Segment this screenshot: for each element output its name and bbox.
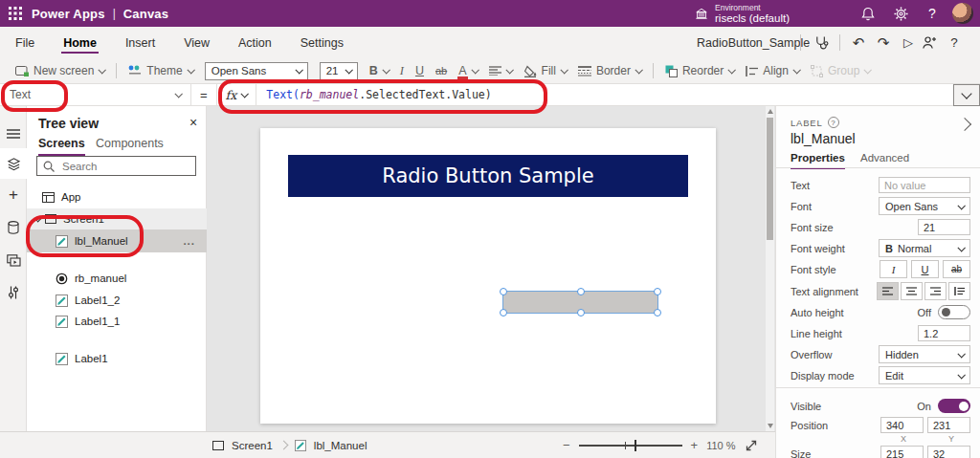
app-checker-icon[interactable]	[809, 27, 834, 58]
close-icon[interactable]: ×	[184, 113, 203, 132]
label-control-icon	[56, 316, 68, 328]
tree-item-label1[interactable]: Label1	[27, 348, 207, 369]
banner-label[interactable]: Radio Button Sample	[288, 155, 688, 197]
resize-handle-bottom-left[interactable]	[500, 309, 507, 316]
font-size-input[interactable]	[918, 219, 970, 235]
font-family-select[interactable]: Open Sans	[205, 62, 308, 80]
advanced-tools-rail-icon[interactable]	[0, 278, 27, 307]
collapse-rail-menu-icon[interactable]	[0, 120, 27, 148]
strikethrough-button[interactable]: ab	[435, 65, 447, 76]
resize-handle-top-middle[interactable]	[577, 288, 585, 295]
chevron-down-icon[interactable]	[33, 214, 41, 222]
data-rail-icon[interactable]	[0, 213, 27, 242]
tree-item-rb-manuel[interactable]: rb_manuel	[27, 268, 207, 289]
waffle-menu-icon[interactable]	[9, 7, 22, 20]
align-left-button[interactable]	[877, 282, 899, 300]
underline-button[interactable]: U	[415, 64, 424, 77]
resize-handle-bottom-right[interactable]	[654, 309, 661, 316]
align-justify-button[interactable]	[948, 282, 970, 300]
tab-components[interactable]: Components	[96, 137, 164, 154]
scroll-down-arrow[interactable]	[768, 424, 773, 428]
tab-screens[interactable]: Screens	[38, 137, 85, 156]
canvas-scrollbar[interactable]	[766, 106, 774, 431]
align-button[interactable]: Align	[746, 64, 799, 77]
screen-artboard[interactable]: Radio Button Sample	[260, 128, 716, 424]
align-right-button[interactable]	[924, 282, 947, 300]
help-icon[interactable]: ?	[918, 0, 947, 27]
zoom-out-button[interactable]: −	[563, 438, 570, 452]
underline-button[interactable]: U	[911, 260, 939, 278]
breadcrumb-control[interactable]: lbl_Manuel	[314, 440, 368, 451]
share-person-icon[interactable]	[917, 27, 942, 58]
menu-home[interactable]: Home	[61, 28, 99, 57]
settings-gear-icon[interactable]	[886, 0, 915, 27]
new-screen-button[interactable]: New screen	[15, 64, 104, 77]
resize-handle-top-right[interactable]	[654, 288, 661, 295]
line-height-input[interactable]	[918, 325, 970, 341]
text-align-button[interactable]	[489, 66, 512, 76]
resize-handle-bottom-middle[interactable]	[577, 309, 585, 316]
zoom-slider[interactable]	[579, 439, 682, 452]
font-select[interactable]: Open Sans	[879, 197, 970, 215]
selected-label-control[interactable]	[502, 291, 658, 314]
font-color-button[interactable]: A	[458, 64, 477, 77]
position-x-input[interactable]	[880, 417, 924, 433]
position-y-input[interactable]	[927, 417, 970, 433]
size-height-input[interactable]	[927, 446, 970, 458]
menu-insert[interactable]: Insert	[123, 28, 157, 57]
fit-to-window-icon[interactable]	[745, 439, 758, 452]
menu-settings[interactable]: Settings	[299, 28, 345, 57]
display-mode-select[interactable]: Edit	[879, 366, 970, 384]
help-icon[interactable]: ?	[942, 27, 967, 58]
fx-button[interactable]: fx	[216, 84, 257, 105]
bold-button[interactable]: B	[369, 64, 389, 77]
visible-toggle[interactable]	[938, 399, 970, 413]
group-button[interactable]: Group	[811, 64, 870, 77]
auto-height-toggle[interactable]	[938, 305, 970, 319]
overflow-select[interactable]: Hidden	[879, 345, 970, 363]
resize-handle-top-left[interactable]	[500, 288, 507, 295]
undo-icon[interactable]: ↶	[846, 27, 871, 58]
align-center-button[interactable]	[901, 282, 923, 300]
notifications-bell-icon[interactable]	[854, 0, 882, 27]
user-avatar[interactable]	[952, 3, 973, 24]
formula-bar-expand-button[interactable]	[953, 84, 980, 106]
italic-button[interactable]: I	[880, 260, 907, 278]
position-y-label: Y	[948, 434, 954, 444]
property-select[interactable]: Text	[0, 84, 191, 105]
size-width-input[interactable]	[880, 446, 924, 458]
search-input[interactable]	[60, 160, 179, 173]
theme-button[interactable]: Theme	[128, 64, 192, 77]
zoom-in-button[interactable]: +	[691, 438, 699, 452]
menu-view[interactable]: View	[182, 28, 212, 57]
tree-item-label1-2[interactable]: Label1_2	[27, 290, 207, 311]
media-rail-icon[interactable]	[0, 246, 27, 274]
menu-action[interactable]: Action	[236, 28, 274, 57]
fill-button[interactable]: Fill	[523, 64, 567, 77]
tab-advanced[interactable]: Advanced	[860, 152, 909, 167]
tree-item-label1-1[interactable]: Label1_1	[27, 311, 207, 332]
reorder-button[interactable]: Reorder	[665, 64, 734, 77]
scrollbar-thumb[interactable]	[767, 118, 773, 240]
collapse-panel-chevron-icon[interactable]	[958, 118, 971, 131]
zoom-slider-handle[interactable]	[635, 440, 637, 451]
redo-icon[interactable]: ↷	[871, 27, 896, 58]
info-icon[interactable]: ?	[828, 117, 839, 128]
font-size-select[interactable]: 21	[320, 62, 358, 80]
tree-view-rail-icon[interactable]	[0, 148, 27, 179]
insert-rail-icon[interactable]: +	[0, 181, 27, 209]
environment-picker[interactable]: Environment risecls (default)	[695, 0, 790, 27]
tree-item-lbl-manuel[interactable]: lbl_Manuel ...	[27, 229, 207, 252]
tree-item-screen1[interactable]: Screen1	[27, 208, 207, 229]
breadcrumb-screen[interactable]: Screen1	[232, 440, 273, 451]
italic-button[interactable]: I	[400, 64, 404, 78]
item-more-icon[interactable]: ...	[183, 235, 195, 247]
border-button[interactable]: Border	[578, 64, 641, 77]
menu-file[interactable]: File	[13, 28, 36, 57]
font-weight-select[interactable]: BNormal	[879, 239, 970, 257]
text-value-input[interactable]	[879, 177, 970, 193]
scroll-up-arrow[interactable]	[768, 109, 773, 114]
formula-input[interactable]: Text(rb_manuel.SelectedText.Value)	[266, 88, 491, 101]
strikethrough-button[interactable]: ab	[943, 260, 970, 278]
tree-item-app[interactable]: App	[27, 186, 207, 207]
